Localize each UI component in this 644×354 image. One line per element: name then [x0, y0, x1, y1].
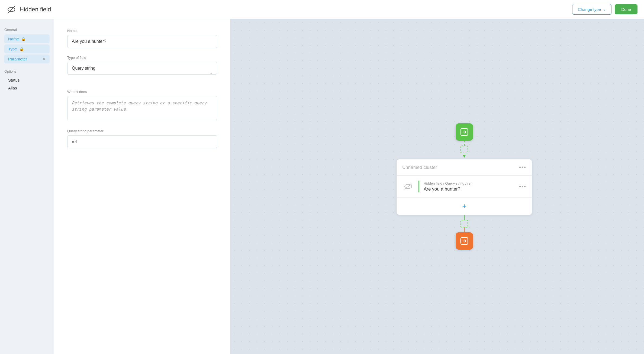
sidebar-parameter-label: Parameter: [8, 57, 27, 61]
content-panel: Name Type of field Query string Cookie P…: [54, 19, 230, 354]
cluster-options-button[interactable]: •••: [519, 164, 526, 170]
sidebar: General Name 🔒 Type 🔒 Parameter ✕ Option…: [0, 19, 54, 354]
what-it-does-textarea[interactable]: Retrieves the complete query string or a…: [67, 96, 217, 120]
field-item-name: Are you a hunter?: [424, 186, 515, 192]
cluster-add-button[interactable]: +: [397, 198, 532, 215]
hidden-field-icon: [7, 5, 16, 14]
query-param-label: Query string parameter: [67, 129, 217, 133]
top-connector: ▼: [461, 141, 468, 159]
sidebar-item-name[interactable]: Name 🔒: [4, 34, 50, 43]
lock-icon-type: 🔒: [19, 47, 24, 51]
small-dashed-node-bottom: [461, 220, 468, 227]
bottom-connector: [461, 215, 468, 232]
arrow-down-top: ▼: [462, 154, 467, 159]
small-dashed-node-top: [461, 146, 468, 153]
main-layout: General Name 🔒 Type 🔒 Parameter ✕ Option…: [0, 19, 644, 354]
what-it-does-label: What it does: [67, 90, 217, 94]
cluster-card: Unnamed cluster ••• Hidden field / Query…: [397, 159, 532, 215]
sidebar-option-status[interactable]: Status: [4, 76, 50, 84]
exit-icon: [460, 237, 469, 245]
cluster-header: Unnamed cluster •••: [397, 159, 532, 176]
dashed-line-top: [464, 141, 465, 146]
sidebar-name-label: Name: [8, 37, 19, 41]
page-title: Hidden field: [20, 6, 572, 13]
lock-icon-name: 🔒: [21, 37, 26, 41]
sidebar-type-label: Type: [8, 47, 17, 51]
query-param-input[interactable]: [67, 135, 217, 148]
type-select-wrapper: Query string Cookie Page URL Referrer UR…: [67, 62, 217, 82]
cluster-name: Unnamed cluster: [402, 165, 437, 170]
type-field-label: Type of field: [67, 56, 217, 60]
name-field-label: Name: [67, 29, 217, 33]
sidebar-item-parameter[interactable]: Parameter ✕: [4, 54, 50, 63]
sidebar-option-alias[interactable]: Alias: [4, 84, 50, 92]
entry-icon: [460, 128, 469, 136]
field-item-path: Hidden field / Query string / ref: [424, 181, 515, 185]
hidden-field-item-icon: [403, 183, 413, 190]
header: Hidden field Change type ⌄ Done: [0, 0, 644, 19]
field-item-options-button[interactable]: •••: [519, 184, 526, 190]
sidebar-item-type[interactable]: Type 🔒: [4, 44, 50, 53]
options-section-label: Options: [4, 69, 50, 73]
solid-line-bottom-top: [464, 215, 465, 220]
name-input[interactable]: [67, 35, 217, 48]
svg-line-1: [8, 6, 15, 13]
flow-diagram: ▼ Unnamed cluster •••: [397, 123, 532, 250]
entry-node[interactable]: [456, 123, 473, 141]
type-select[interactable]: Query string Cookie Page URL Referrer UR…: [67, 62, 217, 75]
flow-canvas: ▼ Unnamed cluster •••: [230, 19, 644, 354]
general-section-label: General: [4, 28, 50, 32]
done-button[interactable]: Done: [615, 4, 637, 14]
change-type-label: Change type: [578, 7, 601, 12]
change-type-button[interactable]: Change type ⌄: [572, 4, 611, 15]
close-icon-parameter: ✕: [43, 57, 46, 61]
field-item-content: Hidden field / Query string / ref Are yo…: [424, 181, 515, 192]
field-item: Hidden field / Query string / ref Are yo…: [397, 176, 532, 198]
solid-line-bottom-bot: [464, 227, 465, 232]
exit-node[interactable]: [456, 232, 473, 250]
chevron-down-icon: ⌄: [603, 8, 606, 11]
field-divider: [418, 181, 419, 192]
plus-icon: +: [462, 202, 466, 210]
field-item-icon: [402, 181, 414, 192]
